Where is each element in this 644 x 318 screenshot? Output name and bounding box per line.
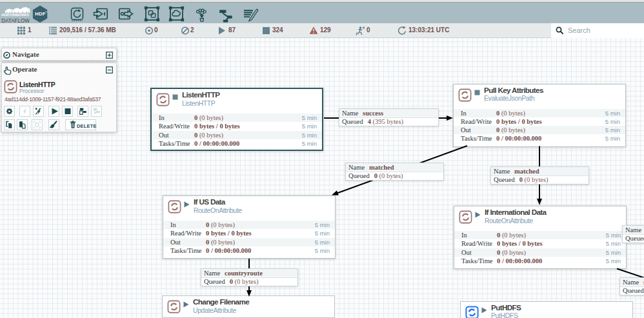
svg-text:HDF: HDF — [35, 11, 45, 17]
svg-text:TM: TM — [45, 11, 48, 14]
svg-text:DATAFLOW: DATAFLOW — [1, 17, 30, 23]
svg-text:HORTONWORKS: HORTONWORKS — [1, 13, 29, 17]
